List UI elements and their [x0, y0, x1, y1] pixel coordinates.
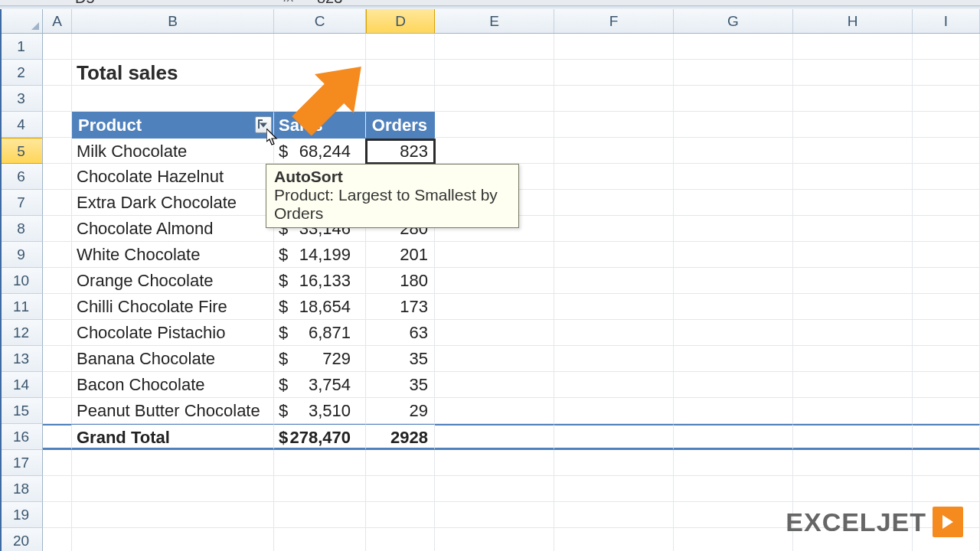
cell[interactable] [554, 294, 674, 320]
product-name[interactable]: Chocolate Hazelnut [72, 164, 274, 190]
cell[interactable] [554, 112, 674, 138]
cell[interactable] [554, 424, 674, 450]
cell[interactable] [554, 476, 674, 502]
cell[interactable] [366, 86, 435, 112]
row-header[interactable]: 7 [0, 190, 43, 216]
cell[interactable] [435, 502, 554, 528]
cell[interactable] [674, 190, 793, 216]
cell[interactable] [674, 528, 793, 551]
cell[interactable] [274, 528, 366, 551]
cell[interactable]: 63 [366, 320, 435, 346]
cell[interactable] [43, 86, 72, 112]
cell[interactable] [43, 294, 72, 320]
cell[interactable] [43, 164, 72, 190]
cell[interactable] [43, 398, 72, 424]
cell[interactable] [366, 476, 435, 502]
autosort-dropdown-icon[interactable] [255, 116, 272, 133]
cell[interactable] [435, 372, 554, 398]
cell[interactable] [674, 60, 793, 86]
cell[interactable] [674, 502, 793, 528]
cell[interactable] [435, 242, 554, 268]
product-name[interactable]: Peanut Butter Chocolate [72, 398, 274, 424]
cell[interactable] [913, 424, 980, 450]
cell[interactable] [913, 86, 980, 112]
cell[interactable] [435, 398, 554, 424]
cell[interactable] [435, 450, 554, 476]
row-header[interactable]: 15 [0, 398, 43, 424]
cell[interactable] [554, 450, 674, 476]
row-header[interactable]: 3 [0, 86, 43, 112]
cell[interactable]: $6,871 [274, 320, 366, 346]
product-name[interactable]: Extra Dark Chocolate [72, 190, 274, 216]
cell[interactable] [435, 424, 554, 450]
cell[interactable]: $3,754 [274, 372, 366, 398]
cell[interactable] [793, 346, 913, 372]
cell[interactable] [274, 502, 366, 528]
row-header[interactable]: 14 [0, 372, 43, 398]
cell[interactable] [674, 216, 793, 242]
cell[interactable] [43, 528, 72, 551]
cell[interactable] [554, 138, 674, 164]
product-name[interactable]: Banana Chocolate [72, 346, 274, 372]
row-header[interactable]: 12 [0, 320, 43, 346]
row-header[interactable]: 11 [0, 294, 43, 320]
cell[interactable] [913, 164, 980, 190]
col-header-selected[interactable]: D [366, 9, 435, 33]
cell[interactable] [793, 476, 913, 502]
cell[interactable] [674, 294, 793, 320]
cell[interactable] [793, 34, 913, 60]
cell[interactable] [793, 242, 913, 268]
cell[interactable] [366, 502, 435, 528]
cell[interactable] [674, 424, 793, 450]
cell[interactable] [913, 372, 980, 398]
cell[interactable] [674, 372, 793, 398]
pivot-header-orders[interactable]: Orders [366, 112, 435, 138]
cell[interactable] [43, 346, 72, 372]
cell[interactable] [793, 86, 913, 112]
cell[interactable] [793, 450, 913, 476]
row-header[interactable]: 2 [0, 60, 43, 86]
cell[interactable] [913, 268, 980, 294]
select-all-corner[interactable] [0, 9, 43, 33]
col-header[interactable]: G [674, 9, 793, 33]
cell[interactable] [793, 60, 913, 86]
cell[interactable] [72, 528, 274, 551]
cell[interactable] [793, 294, 913, 320]
product-name[interactable]: Milk Chocolate [72, 138, 274, 164]
cell[interactable] [793, 138, 913, 164]
cell[interactable] [43, 320, 72, 346]
cell[interactable] [366, 60, 435, 86]
cell[interactable] [554, 242, 674, 268]
cell[interactable] [274, 450, 366, 476]
cell[interactable] [913, 398, 980, 424]
cell[interactable] [274, 34, 366, 60]
cell[interactable] [435, 86, 554, 112]
col-header[interactable]: A [43, 9, 72, 33]
cell[interactable] [274, 86, 366, 112]
cell[interactable]: $14,199 [274, 242, 366, 268]
row-header[interactable]: 13 [0, 346, 43, 372]
cell[interactable] [554, 34, 674, 60]
cell[interactable] [274, 476, 366, 502]
cell[interactable] [793, 372, 913, 398]
cell[interactable] [913, 190, 980, 216]
cell[interactable] [554, 60, 674, 86]
product-name[interactable]: Chocolate Almond [72, 216, 274, 242]
col-header[interactable]: B [72, 9, 274, 33]
cell[interactable] [793, 268, 913, 294]
grand-total-label[interactable]: Grand Total [72, 424, 274, 450]
cell[interactable] [674, 346, 793, 372]
cell[interactable] [43, 476, 72, 502]
cell[interactable]: $278,470 [274, 424, 366, 450]
product-name[interactable]: Chocolate Pistachio [72, 320, 274, 346]
cell[interactable]: 180 [366, 268, 435, 294]
cell[interactable]: 29 [366, 398, 435, 424]
cell[interactable] [43, 190, 72, 216]
col-header[interactable]: I [913, 9, 980, 33]
cell[interactable] [554, 190, 674, 216]
cell[interactable] [274, 60, 366, 86]
cell[interactable]: 2928 [366, 424, 435, 450]
cell[interactable] [674, 320, 793, 346]
cell[interactable] [674, 112, 793, 138]
cell[interactable]: $68,244 [274, 138, 366, 164]
